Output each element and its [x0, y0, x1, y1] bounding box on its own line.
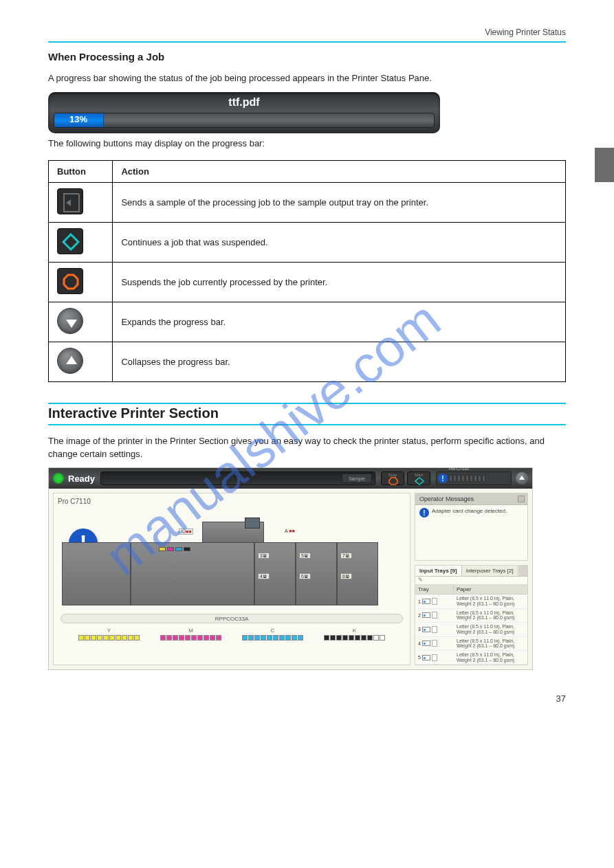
- finisher-unit: [62, 542, 131, 605]
- topbar-job-area: Sample: [100, 471, 375, 485]
- context-grid: [449, 475, 485, 482]
- expand-up-icon[interactable]: [516, 472, 528, 485]
- edit-row[interactable]: ✎: [415, 577, 527, 585]
- progress-percent: 13%: [69, 114, 87, 124]
- row-sample-action: Sends a sample of the processing job to …: [113, 182, 566, 222]
- start-button[interactable]: Start: [407, 471, 430, 485]
- svg-marker-4: [415, 478, 424, 485]
- tray-badge: 5🗎: [299, 553, 311, 559]
- status-text: Ready: [68, 474, 95, 484]
- th-paper: Paper: [454, 585, 527, 594]
- section1-para: A progress bar showing the status of the…: [48, 72, 566, 85]
- feeder-1: 3🗎 4🗎: [254, 542, 296, 605]
- printer-screenshot: Ready Sample Stop Start Pro C7110 !: [48, 467, 533, 670]
- printer-panel-icon: [245, 518, 260, 528]
- page-number: 37: [48, 693, 566, 704]
- svg-marker-2: [64, 275, 78, 289]
- topbar: Ready Sample Stop Start Pro C7110 !: [49, 468, 532, 489]
- toner-c: C: [242, 627, 303, 641]
- sheet-icon: [432, 626, 437, 633]
- operator-messages-header: Operator Messages: [415, 493, 527, 505]
- tab-interposer-trays[interactable]: Interposer Trays [2]: [462, 566, 518, 576]
- alert-icon: !: [438, 474, 448, 483]
- operator-message: Adapter card change detected.: [432, 508, 507, 557]
- toner-m: M: [160, 627, 221, 641]
- toner-k: K: [324, 627, 385, 641]
- printer-diagram[interactable]: ! IU■■ A ■■: [58, 508, 406, 611]
- row-stop-action: Suspends the job currently processed by …: [113, 262, 566, 302]
- tray-level-icon: [422, 641, 430, 646]
- th-tray: Tray: [415, 585, 454, 594]
- header-rule: [48, 41, 566, 43]
- tray-row[interactable]: 1 Letter (8.5 x 11.0 in), Plain, Weight …: [415, 594, 527, 608]
- context-panel[interactable]: Pro C7110 !: [436, 471, 512, 485]
- progress-track: 13%: [54, 113, 435, 128]
- tray-badge: 7🗎: [340, 553, 352, 559]
- buttons-table: Button Action Sends a sample of the proc…: [48, 160, 566, 382]
- tray-level-icon: [422, 655, 430, 660]
- panel-expand-icon[interactable]: [518, 496, 525, 502]
- tray-badge: 3🗎: [258, 553, 270, 559]
- sheet-icon: [432, 612, 437, 619]
- tray-level-icon: [422, 612, 430, 618]
- iu-label: IU■■: [179, 528, 193, 535]
- toner-row: Y M C K: [58, 625, 406, 642]
- printer-card: Pro C7110 ! IU■■ A ■■: [53, 493, 410, 665]
- engine-unit: [131, 542, 254, 605]
- sample-button[interactable]: Sample: [342, 474, 372, 483]
- th-action: Action: [113, 160, 566, 182]
- tray-row[interactable]: 2 Letter (8.5 x 11.0 in), Plain, Weight …: [415, 609, 527, 623]
- panel-expand-icon[interactable]: [519, 566, 527, 576]
- tray-badge: 6🗎: [299, 573, 311, 579]
- feeder-3: 7🗎 8🗎: [337, 542, 378, 605]
- toner-y: Y: [78, 627, 140, 641]
- svg-marker-3: [389, 478, 397, 485]
- context-label: Pro C7110: [449, 467, 469, 471]
- tray-level-icon: [422, 627, 430, 632]
- feeder-2: 5🗎 6🗎: [296, 542, 337, 605]
- start-icon: [57, 228, 83, 254]
- status-led-icon: [53, 473, 64, 484]
- stop-icon: [57, 268, 83, 294]
- page-header: Viewing Printer Status: [48, 27, 566, 37]
- progress-bar: ttf.pdf 13%: [48, 92, 440, 133]
- tab-input-trays[interactable]: Input Trays [9]: [415, 566, 462, 576]
- row-collapse-action: Collapses the progress bar.: [113, 342, 566, 381]
- tray-level-icon: [422, 599, 430, 604]
- section-title-processing: When Processing a Job: [48, 51, 566, 63]
- trays-card: Input Trays [9] Interposer Trays [2] ✎ T…: [415, 565, 528, 665]
- section-divider: Interactive Printer Section: [48, 403, 566, 425]
- sheet-icon: [432, 640, 437, 647]
- printer-card-title: Pro C7110: [58, 498, 406, 505]
- sheet-icon: [432, 654, 437, 661]
- tray-badge: 8🗎: [340, 573, 352, 579]
- operator-messages-card: Operator Messages ! Adapter card change …: [415, 493, 528, 561]
- sheet-icon: [432, 598, 437, 605]
- side-page-tab: [595, 148, 614, 182]
- tray-badge: 4🗎: [258, 573, 270, 579]
- tray-row[interactable]: 5 Letter (8.5 x 11.0 in), Plain, Weight …: [415, 651, 527, 665]
- tray-row[interactable]: 3 Letter (8.5 x 11.0 in), Plain, Weight …: [415, 623, 527, 636]
- row-start-action: Continues a job that was suspended.: [113, 222, 566, 262]
- a-label: A ■■: [285, 528, 295, 533]
- sample-icon: [57, 188, 83, 214]
- section-title-interactive: Interactive Printer Section: [48, 405, 566, 421]
- collapse-icon: [57, 348, 83, 374]
- tray-row[interactable]: 4 Letter (8.5 x 11.0 in), Plain, Weight …: [415, 637, 527, 651]
- stop-button[interactable]: Stop: [381, 471, 404, 485]
- row-expand-action: Expands the progress bar.: [113, 302, 566, 342]
- model-bar: RPPCOC33A: [61, 614, 403, 623]
- table-intro: The following buttons may display on the…: [48, 137, 566, 151]
- svg-marker-1: [63, 234, 78, 249]
- info-icon: !: [419, 508, 429, 518]
- progress-filename: ttf.pdf: [54, 96, 435, 109]
- expand-icon: [57, 308, 83, 334]
- th-button: Button: [49, 160, 113, 182]
- section2-para: The image of the printer in the Printer …: [48, 435, 566, 461]
- printer-body: 3🗎 4🗎 5🗎 6🗎 7🗎 8🗎: [62, 542, 402, 605]
